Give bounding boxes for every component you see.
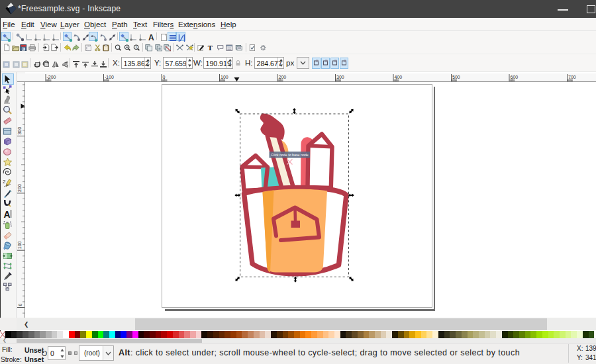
svg-text:Click node to base node: Click node to base node: [271, 153, 309, 157]
svg-text:700: 700: [568, 75, 576, 79]
svg-text:300: 300: [18, 127, 23, 135]
svg-text:600: 600: [511, 75, 519, 79]
svg-text:100: 100: [221, 75, 228, 79]
svg-text:A: A: [148, 33, 154, 42]
svg-text:100: 100: [18, 241, 23, 249]
svg-text:T: T: [207, 44, 212, 51]
svg-text:0: 0: [18, 304, 23, 306]
svg-text:200: 200: [279, 75, 287, 79]
svg-text:1: 1: [135, 46, 137, 49]
svg-text:500: 500: [452, 75, 460, 79]
svg-text:A: A: [4, 209, 11, 219]
svg-text:-200: -200: [47, 75, 56, 79]
svg-text:0: 0: [163, 75, 166, 79]
svg-text:400: 400: [395, 75, 403, 79]
svg-text:300: 300: [336, 75, 344, 79]
svg-text:-100: -100: [105, 75, 114, 79]
svg-text:2: 2: [3, 179, 6, 185]
svg-text:200: 200: [18, 184, 23, 192]
